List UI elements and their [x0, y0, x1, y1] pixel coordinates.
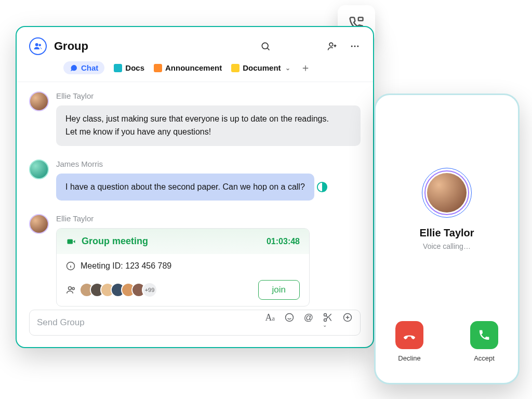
chat-window: Group Chat Docs Announcement [16, 26, 374, 348]
tab-document-label: Document [243, 63, 281, 72]
info-icon [66, 261, 75, 271]
svg-rect-0 [358, 18, 363, 21]
accept-label: Accept [474, 354, 495, 362]
meeting-timer: 01:03:48 [267, 237, 300, 246]
hangup-icon [395, 321, 423, 349]
participant-avatars: +99 [79, 282, 157, 298]
message-bubble: Hey class, just making sure that everyon… [56, 105, 361, 146]
mention-icon[interactable]: @ [304, 312, 313, 334]
tab-chat-label: Chat [81, 63, 98, 72]
more-icon[interactable] [349, 41, 361, 52]
svg-point-4 [329, 43, 333, 46]
status-badge-icon [316, 181, 328, 193]
svg-point-14 [324, 313, 327, 316]
meeting-title: Group meeting [82, 236, 148, 247]
tab-announcement-label: Announcement [165, 63, 222, 72]
sender-name: Ellie Taylor [56, 91, 361, 100]
tab-chat[interactable]: Chat [63, 61, 104, 74]
tabs-bar: Chat Docs Announcement Document ⌄ ＋ [17, 57, 373, 82]
svg-point-1 [35, 43, 38, 46]
meeting-id: Meeting ID: 123 456 789 [81, 261, 171, 271]
join-button[interactable]: join [258, 280, 300, 300]
meeting-card: Group meeting 01:03:48 Meeting ID: 123 4… [56, 228, 310, 307]
pickup-icon [470, 321, 498, 349]
emoji-icon[interactable] [284, 312, 295, 334]
svg-point-3 [262, 43, 268, 49]
tab-docs-label: Docs [125, 63, 144, 72]
incoming-call-card: Ellie Taylor Voice calling… Decline Acce… [374, 94, 520, 384]
message-bubble: I have a question about the second paper… [56, 174, 314, 201]
caller-name: Ellie Taylor [419, 227, 474, 239]
svg-point-13 [285, 313, 293, 321]
call-status: Voice calling… [423, 242, 471, 250]
message-composer[interactable]: Aa @ ⌄ [29, 310, 361, 336]
video-icon [66, 237, 76, 246]
sender-name: Ellie Taylor [56, 214, 361, 223]
svg-point-2 [39, 44, 42, 47]
group-avatar-icon [29, 37, 47, 55]
add-user-icon[interactable] [326, 41, 338, 52]
avatar[interactable] [29, 91, 49, 111]
svg-rect-9 [68, 239, 73, 244]
message-block: Ellie Taylor Hey class, just making sure… [29, 91, 361, 146]
scissors-icon[interactable]: ⌄ [323, 312, 333, 334]
tab-announcement[interactable]: Announcement [154, 63, 222, 72]
svg-point-12 [72, 288, 74, 290]
search-icon[interactable] [260, 41, 271, 52]
docs-icon [114, 64, 122, 72]
message-input[interactable] [37, 317, 265, 328]
add-attachment-icon[interactable] [342, 312, 353, 334]
tab-docs[interactable]: Docs [114, 63, 144, 72]
messages-list: Ellie Taylor Hey class, just making sure… [17, 82, 373, 310]
accept-button[interactable]: Accept [470, 321, 498, 362]
add-tab-button[interactable]: ＋ [300, 62, 311, 74]
group-title: Group [54, 39, 252, 53]
svg-point-7 [357, 46, 358, 47]
svg-point-6 [354, 46, 356, 47]
tab-document[interactable]: Document ⌄ [231, 63, 290, 72]
document-icon [231, 64, 240, 72]
sender-name: James Morris [56, 159, 361, 168]
decline-button[interactable]: Decline [395, 321, 423, 362]
participant-more-count: +99 [142, 282, 157, 298]
decline-label: Decline [398, 354, 420, 362]
svg-point-11 [69, 287, 72, 290]
chevron-down-icon: ⌄ [285, 64, 290, 72]
header-bar: Group [17, 37, 373, 57]
svg-point-15 [324, 318, 327, 321]
message-block: James Morris I have a question about the… [29, 159, 361, 201]
people-icon [66, 285, 76, 295]
announcement-icon [154, 64, 162, 72]
avatar[interactable] [29, 159, 49, 179]
text-format-icon[interactable]: Aa [265, 312, 274, 334]
message-block: Ellie Taylor Group meeting 01:03:48 Meet… [29, 214, 361, 307]
caller-avatar [422, 168, 472, 218]
avatar[interactable] [29, 214, 49, 234]
svg-point-5 [351, 46, 353, 47]
